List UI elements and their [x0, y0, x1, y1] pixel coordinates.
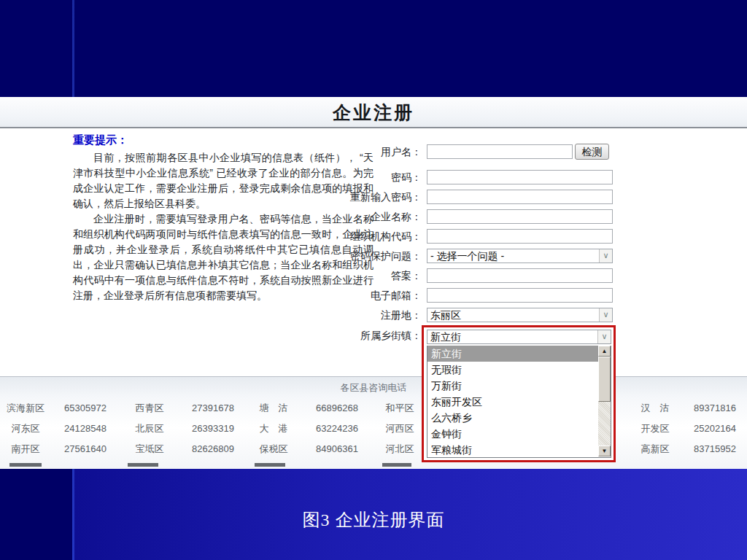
form-row-company-name: 企业名称：	[0, 209, 627, 225]
district-name: 西青区	[126, 400, 173, 417]
confirm-password-label: 重新输入密码：	[314, 190, 422, 204]
clipped-table-row-fragment	[9, 463, 42, 467]
table-row: 河东区 24128548 北辰区 26393319 大 港 63224236 河…	[0, 420, 747, 438]
district-phone: 65305972	[55, 400, 116, 417]
district-name: 北辰区	[126, 420, 173, 438]
district-name: 塘 沽	[250, 400, 297, 417]
dropdown-option[interactable]: 新立街	[427, 346, 598, 362]
dropdown-option[interactable]: 金钟街	[427, 426, 598, 442]
org-code-label: 组织机构代码：	[314, 229, 422, 244]
email-input[interactable]	[427, 288, 613, 303]
district-name: 滨海新区	[2, 400, 49, 417]
company-name-label: 企业名称：	[314, 209, 422, 224]
chevron-down-icon: ∨	[597, 330, 611, 343]
dropdown-option[interactable]: 东丽开发区	[427, 394, 598, 410]
answer-label: 答案：	[314, 268, 422, 283]
scrollbar-thumb[interactable]	[598, 357, 611, 402]
district-name: 大 港	[250, 420, 297, 438]
username-input[interactable]	[427, 144, 573, 159]
dropdown-scrollbar[interactable]: ▲ ▼	[598, 346, 611, 456]
region-label: 注册地：	[314, 308, 422, 322]
district-phone: 82626809	[182, 440, 244, 458]
form-row-answer: 答案：	[0, 268, 627, 284]
township-dropdown-list: 新立街 无瑕街 万新街 东丽开发区 么六桥乡 金钟街 军粮城街 ▲ ▼	[427, 346, 611, 458]
district-phone: 24128548	[55, 420, 116, 438]
region-select[interactable]: 东丽区 ∨	[427, 308, 613, 322]
registration-page-screenshot: 企业注册 重要提示： 目前，按照前期各区县中小企业填写的信息表（纸件）， “天津…	[0, 97, 747, 469]
district-name: 河东区	[2, 420, 49, 438]
district-phone: 27561640	[55, 440, 116, 458]
form-row-security-question: 密码保护问题： - 选择一个问题 - ∨	[0, 249, 627, 265]
district-name: 宝坻区	[126, 440, 173, 458]
table-row: 南开区 27561640 宝坻区 82626809 保税区 84906361 河…	[0, 440, 747, 458]
email-label: 电子邮箱：	[314, 288, 422, 303]
chevron-down-icon: ∨	[599, 308, 612, 322]
answer-input[interactable]	[427, 268, 613, 283]
security-question-select[interactable]: - 选择一个问题 - ∨	[427, 249, 613, 263]
dropdown-option[interactable]: 么六桥乡	[427, 410, 598, 426]
phones-header: 各区县咨询电话	[0, 381, 747, 394]
table-row: 滨海新区 65305972 西青区 27391678 塘 沽 66896268 …	[0, 400, 747, 417]
form-row-username: 用户名： 检测	[0, 144, 627, 160]
security-question-value: - 选择一个问题 -	[430, 249, 504, 262]
district-phone: 25202164	[684, 420, 746, 438]
clipped-table-row-fragment	[128, 463, 158, 467]
district-phone: 66896268	[306, 400, 368, 417]
figure-caption: 图3 企业注册界面	[0, 508, 747, 532]
district-phone: 63224236	[306, 420, 368, 438]
district-name: 保税区	[250, 440, 297, 458]
check-username-button[interactable]: 检测	[575, 144, 609, 160]
scroll-down-icon[interactable]: ▼	[598, 446, 611, 456]
region-value: 东丽区	[430, 308, 461, 322]
district-name: 高新区	[632, 440, 678, 458]
password-input[interactable]	[427, 170, 613, 184]
township-value: 新立街	[430, 330, 461, 343]
district-name: 和平区	[376, 400, 423, 417]
district-phone: 26393319	[182, 420, 244, 438]
form-row-confirm-password: 重新输入密码：	[0, 190, 627, 206]
district-phone: 89371816	[684, 400, 746, 417]
org-code-input[interactable]	[427, 229, 613, 244]
form-row-region: 注册地： 东丽区 ∨	[0, 308, 627, 324]
district-phone: 84906361	[306, 440, 368, 458]
annotation-highlight-box: 新立街 ∨ 新立街 无瑕街 万新街 东丽开发区 么六桥乡 金钟街 军粮城街 ▲ …	[422, 325, 616, 462]
township-label: 所属乡街镇：	[314, 328, 422, 343]
clipped-table-row-fragment	[382, 463, 411, 467]
township-select[interactable]: 新立街 ∨	[427, 330, 611, 344]
password-label: 密码：	[314, 170, 422, 184]
clipped-table-row-fragment	[255, 463, 285, 467]
form-row-email: 电子邮箱：	[0, 288, 627, 304]
dropdown-option[interactable]: 万新街	[427, 378, 598, 394]
district-phone: 83715952	[684, 440, 746, 458]
scroll-up-icon[interactable]: ▲	[598, 346, 611, 357]
slide-background: 企业注册 重要提示： 目前，按照前期各区县中小企业填写的信息表（纸件）， “天津…	[0, 0, 747, 560]
district-name: 开发区	[632, 420, 678, 438]
district-name: 河北区	[376, 440, 423, 458]
username-label: 用户名：	[314, 144, 422, 159]
district-name: 汉 沽	[632, 400, 678, 417]
confirm-password-input[interactable]	[427, 190, 613, 204]
chevron-down-icon: ∨	[599, 249, 612, 262]
district-name: 河西区	[376, 420, 423, 438]
district-phone: 27391678	[182, 400, 244, 417]
page-header: 企业注册	[0, 97, 747, 128]
form-row-org-code: 组织机构代码：	[0, 229, 627, 245]
dropdown-option[interactable]: 无瑕街	[427, 362, 598, 378]
dropdown-option[interactable]: 军粮城街	[427, 442, 598, 458]
district-name: 南开区	[2, 440, 49, 458]
district-phones-section: 各区县咨询电话 滨海新区 65305972 西青区 27391678 塘 沽 6…	[0, 376, 747, 469]
page-title: 企业注册	[0, 97, 747, 128]
security-question-label: 密码保护问题：	[314, 249, 422, 263]
form-row-password: 密码：	[0, 170, 627, 186]
company-name-input[interactable]	[427, 209, 613, 224]
